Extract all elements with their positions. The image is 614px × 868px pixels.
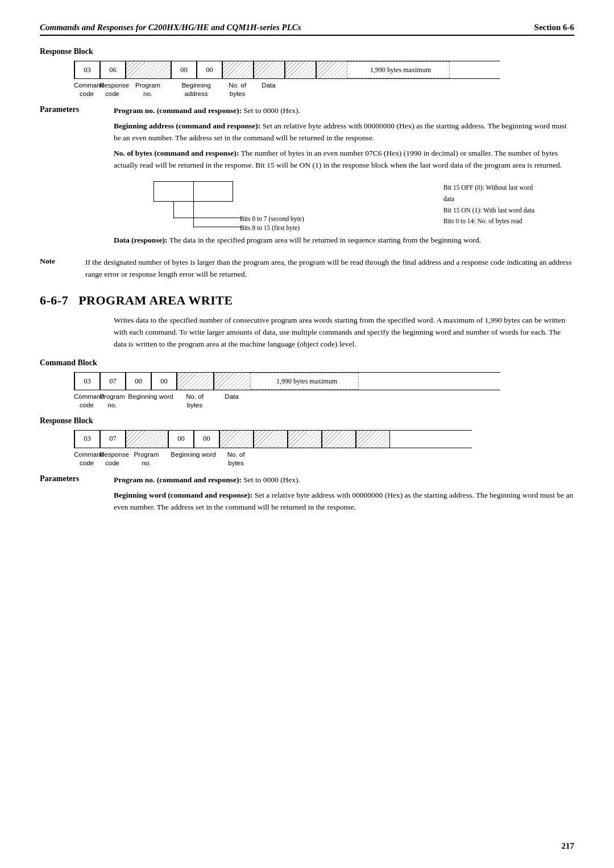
section-667-intro: Writes data to the specified number of c… [114,315,574,350]
cell-00-6: 00 [194,431,219,448]
data-response-label [40,235,114,250]
label-prog-no-2: Programno. [99,393,125,410]
cell-00-3: 00 [126,373,151,390]
section-667-title: 6-6-7 PROGRAM AREA WRITE [40,293,574,308]
cell-max-bytes-2: 1,990 bytes maximum [251,373,359,390]
param-label-2: Parameters [40,474,114,517]
header-title: Commands and Responses for C200HX/HG/HE … [40,23,301,32]
param-prog-no-2: Program no. (command and response): Set … [114,474,574,486]
cell-slash-2 [222,61,254,78]
parameters-2: Parameters Program no. (command and resp… [40,474,574,517]
cell-slash-7 [214,373,251,390]
label-no-bytes-2: No. ofbytes [176,393,213,410]
cell-00-5: 00 [168,431,194,448]
label-no-bytes-1: No. ofbytes [222,81,253,98]
param-label-1: Parameters [40,105,114,175]
cell-slash-13 [356,431,390,448]
label-resp-code-2: Responsecode [99,450,125,468]
cell-slash-10 [254,431,288,448]
cell-slash-11 [288,431,322,448]
cell-06: 06 [100,61,126,78]
label-program-no-1: Programno. [125,81,171,98]
bits-0-14-label: Bits 0 to 14: No. of bytes read [443,216,540,227]
page-number: 217 [562,841,575,851]
data-response: Data (response): The data in the specifi… [40,235,574,250]
label-data-1: Data [253,81,284,98]
response-block-2-heading: Response Block [40,416,574,425]
command-block-2-heading: Command Block [40,358,574,368]
label-beg-addr-1: Beginning address [171,81,222,98]
label-resp-code-1: Responsecode [99,81,125,98]
bit-box-2 [193,181,233,202]
param-prog-no-1: Program no. (command and response): Set … [114,105,574,117]
bit-on-label: Bit 15 ON (1): With last word data [443,205,540,216]
cell-slash-6 [177,373,214,390]
bit-label-first: Bits 8 to 15 (first byte) [240,224,300,231]
bit-box-1 [154,181,193,202]
page-header: Commands and Responses for C200HX/HG/HE … [40,23,574,36]
label-data-2: Data [213,393,250,410]
bit-diagram: Bits 0 to 7 (second byte) Bits 8 to 15 (… [154,181,540,230]
cell-07-1: 07 [100,373,126,390]
cell-00-4: 00 [151,373,177,390]
label-cmd-code-3: Commandcode [74,450,99,468]
cell-00-2: 00 [197,61,222,78]
cell-07-2: 07 [100,431,126,448]
cell-00-1: 00 [171,61,197,78]
bit-labels-right: Bit 15 OFF (0): Without last word data B… [443,182,540,227]
parameters-1: Parameters Program no. (command and resp… [40,105,574,175]
tick-bit-2 [193,202,194,228]
label-cmd-code-1: Commandcode [74,81,99,98]
note-section: Note If the designated number of bytes i… [40,257,574,281]
cell-03-1: 03 [74,61,100,78]
cell-slash-3 [254,61,285,78]
tick-bit-1 [173,202,174,219]
param-beg-word-2: Beginning word (command and response): S… [114,490,574,514]
param-content-1: Program no. (command and response): Set … [114,105,574,175]
label-no-bytes-3: No. ofbytes [219,450,253,468]
cell-03-2: 03 [74,373,100,390]
label-beg-word-2: Beginning word [168,450,219,468]
label-cmd-code-2: Commandcode [74,393,99,410]
tick-horiz-2 [193,227,242,227]
cell-slash-9 [219,431,254,448]
param-beg-addr-1: Beginning address (command and response)… [114,120,574,144]
param-no-bytes-1: No. of bytes (command and response): The… [114,148,574,172]
cell-slash-4 [285,61,316,78]
param-content-2: Program no. (command and response): Set … [114,474,574,517]
cell-slash-5 [316,61,347,78]
command-diagram-2: 03 07 00 00 1,990 bytes maximum Commandc… [74,372,574,410]
bit-label-second: Bits 0 to 7 (second byte) [240,215,304,222]
data-response-content: Data (response): The data in the specifi… [114,235,574,250]
header-section: Section 6-6 [534,23,574,32]
label-prog-no-3: Programno. [125,450,168,468]
cell-max-bytes-1: 1,990 bytes maximum [347,61,450,78]
label-beg-word-1: Beginning word [125,393,176,410]
response-block-1-heading: Response Block [40,47,574,56]
cell-03-3: 03 [74,431,100,448]
note-label: Note [40,257,85,281]
response-diagram-2: 03 07 00 00 Commandcode Responsecode Pro… [74,430,574,468]
cell-slash-8 [126,431,168,448]
tick-horiz-1 [173,218,242,218]
response-diagram-1: 03 06 00 00 1,990 bytes maximum Commandc… [74,61,574,98]
note-content: If the designated number of bytes is lar… [85,257,574,281]
cell-slash-1 [126,61,171,78]
cell-slash-12 [322,431,356,448]
bit-off-label: Bit 15 OFF (0): Without last word data [443,182,540,205]
